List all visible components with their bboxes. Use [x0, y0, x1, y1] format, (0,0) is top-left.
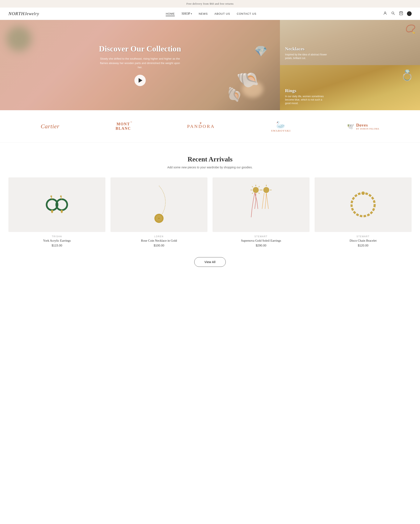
hero-title: Discover Our Collection	[98, 44, 182, 53]
logo[interactable]: NORTHJewelry	[9, 11, 39, 16]
svg-point-11	[61, 210, 63, 213]
svg-point-9	[60, 195, 62, 197]
brand-swarovski[interactable]: 🦢 SWAROVSKI	[271, 120, 291, 132]
nav-link-news[interactable]: NEWS	[199, 12, 208, 15]
hero-card-rings-content: Rings In our daily life, women sometimes…	[285, 88, 327, 105]
nav-item-news[interactable]: NEWS	[199, 12, 208, 16]
svg-point-42	[351, 193, 375, 216]
nav-item-home[interactable]: HOME	[166, 12, 175, 16]
product-brand-2: STEWART	[212, 235, 310, 238]
recent-arrivals-subtitle: Add some new pieces to your wardrobe by …	[9, 166, 411, 169]
svg-point-1	[392, 12, 394, 14]
doves-bird-icon: 🕊️	[347, 123, 354, 130]
hero-card-necklaces[interactable]: 📿 Necklaces Inspired by the idea of abst…	[280, 20, 420, 65]
necklace-coin-svg: ✦	[145, 184, 173, 226]
svg-line-39	[262, 201, 263, 209]
product-name-3: Disco Chain Bracelet	[315, 239, 411, 243]
main-nav: HOME SHOP ▾ NEWS ABOUT US CONTACT US	[166, 12, 256, 16]
nav-item-contact[interactable]: CONTACT US	[237, 12, 256, 16]
product-brand-1: LOREN	[110, 235, 208, 238]
nav-link-contact[interactable]: CONTACT US	[237, 12, 256, 15]
recent-arrivals-title: Recent Arrivals	[9, 155, 411, 163]
chevron-down-icon: ▾	[191, 13, 192, 15]
search-icon[interactable]	[391, 11, 395, 16]
hero-section: 🐚 🐚 💎 Discover Our Collection Slowly she…	[0, 20, 420, 110]
svg-point-31	[263, 187, 269, 193]
brand-montblanc[interactable]: MONT ○ BLANC	[116, 122, 131, 131]
product-card-2[interactable]: STEWART Supernova Gold Soleil Earrings $…	[212, 177, 310, 247]
product-image-3	[315, 177, 411, 232]
swarovski-swan-icon: 🦢	[276, 120, 286, 129]
announcement-bar: Free delivery from $60 and free returns	[0, 0, 420, 8]
brand-pandora[interactable]: ♛ PANDORA	[187, 124, 215, 129]
hero-card-necklaces-content: Necklaces Inspired by the idea of abstra…	[285, 46, 327, 60]
brand-cartier[interactable]: Cartier	[41, 123, 60, 130]
svg-text:✦: ✦	[158, 217, 160, 220]
hero-card-rings-title: Rings	[285, 88, 327, 93]
hero-main-panel: 🐚 🐚 💎 Discover Our Collection Slowly she…	[0, 20, 280, 110]
product-brand-0: TRISHA	[9, 235, 105, 238]
product-price-1: $100.00	[110, 244, 208, 247]
hero-card-rings[interactable]: 💍 Rings In our daily life, women sometim…	[280, 65, 420, 110]
product-price-2: $290.00	[212, 244, 310, 247]
header: NORTHJewelry HOME SHOP ▾ NEWS ABOUT US C…	[0, 8, 420, 20]
product-price-0: $115.00	[9, 244, 105, 247]
svg-line-28	[255, 201, 256, 209]
svg-line-41	[267, 201, 268, 209]
earring-acrylic-svg	[43, 191, 70, 218]
svg-line-25	[252, 201, 253, 209]
svg-line-23	[252, 193, 253, 194]
nav-list: HOME SHOP ▾ NEWS ABOUT US CONTACT US	[166, 12, 256, 16]
earring-sun-svg	[247, 184, 275, 226]
recent-arrivals-section: Recent Arrivals Add some new pieces to y…	[0, 143, 420, 275]
brand-doves[interactable]: 🕊️ Doves BY DORON PALOMA	[347, 123, 379, 130]
product-image-2	[212, 177, 310, 232]
product-name-1: Rose Coin Necklace in Gold	[110, 239, 208, 243]
nav-link-shop[interactable]: SHOP ▾	[181, 12, 192, 16]
svg-line-24	[253, 193, 255, 201]
svg-line-22	[259, 186, 260, 187]
bracelet-chain-svg	[346, 188, 380, 221]
product-image-0	[9, 177, 105, 232]
svg-line-38	[266, 193, 267, 201]
svg-line-21	[259, 193, 260, 194]
svg-line-40	[265, 201, 266, 209]
svg-line-26	[251, 209, 252, 217]
nav-item-shop[interactable]: SHOP ▾	[181, 12, 192, 16]
nav-link-home[interactable]: HOME	[166, 12, 175, 16]
hero-side-panel: 📿 Necklaces Inspired by the idea of abst…	[280, 20, 420, 110]
product-card-3[interactable]: STEWART Disco Chain Bracelet $120.00	[315, 177, 411, 247]
hero-subtitle: Slowly she drifted to the southeast, ris…	[98, 57, 182, 70]
logo-script: Jewelry	[25, 11, 39, 16]
user-icon[interactable]	[383, 11, 387, 16]
product-image-1: ✦	[110, 177, 208, 232]
announcement-text: Free delivery from $60 and free returns	[186, 2, 234, 5]
play-button[interactable]	[134, 75, 146, 86]
svg-line-36	[263, 193, 264, 201]
cart-count[interactable]: 0	[407, 11, 411, 16]
hero-content: Discover Our Collection Slowly she drift…	[98, 44, 182, 86]
svg-point-15	[253, 187, 259, 193]
hero-card-rings-desc: In our daily life, women sometimes becom…	[285, 95, 327, 105]
logo-main: NORTH	[9, 11, 25, 16]
products-grid: TRISHA York Acrylic Earrings $115.00 ✦ L…	[9, 177, 411, 247]
nav-link-about[interactable]: ABOUT US	[214, 12, 230, 15]
product-card-1[interactable]: ✦ LOREN Rose Coin Necklace in Gold $100.…	[110, 177, 208, 247]
view-all-button[interactable]: View All	[194, 257, 226, 267]
product-name-0: York Acrylic Earrings	[9, 239, 105, 243]
svg-line-37	[266, 193, 266, 201]
svg-point-7	[50, 195, 52, 197]
svg-point-0	[385, 12, 386, 13]
header-icons: 0	[383, 11, 411, 16]
product-brand-3: STEWART	[315, 235, 411, 238]
product-price-3: $120.00	[315, 244, 411, 247]
hero-card-necklaces-desc: Inspired by the idea of abstract flower …	[285, 53, 327, 60]
svg-line-30	[257, 201, 258, 209]
svg-point-10	[51, 210, 53, 213]
product-card-0[interactable]: TRISHA York Acrylic Earrings $115.00	[9, 177, 105, 247]
svg-line-20	[252, 186, 253, 187]
nav-item-about[interactable]: ABOUT US	[214, 12, 230, 16]
cart-icon[interactable]	[399, 11, 403, 16]
product-name-2: Supernova Gold Soleil Earrings	[212, 239, 310, 243]
hero-card-necklaces-title: Necklaces	[285, 46, 327, 52]
